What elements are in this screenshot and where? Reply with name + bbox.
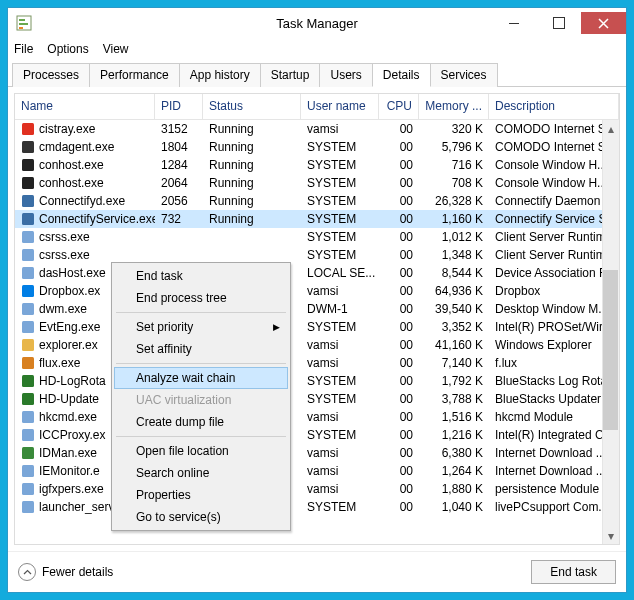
svg-rect-14 xyxy=(22,303,34,315)
scrollbar-thumb[interactable] xyxy=(603,270,618,430)
tab-services[interactable]: Services xyxy=(430,63,498,87)
tab-app-history[interactable]: App history xyxy=(179,63,261,87)
tab-performance[interactable]: Performance xyxy=(89,63,180,87)
process-row[interactable]: HD-UpdateSYSTEM003,788 KBlueStacks Updat… xyxy=(15,390,619,408)
col-header-user[interactable]: User name xyxy=(301,94,379,119)
cell-desc: Connectify Daemon xyxy=(489,194,619,208)
tab-processes[interactable]: Processes xyxy=(12,63,90,87)
process-row[interactable]: ICCProxy.exSYSTEM001,216 KIntel(R) Integ… xyxy=(15,426,619,444)
cell-desc: persistence Module xyxy=(489,482,619,496)
tab-users[interactable]: Users xyxy=(319,63,372,87)
menu-item-end-task[interactable]: End task xyxy=(114,265,288,287)
menu-item-create-dump-file[interactable]: Create dump file xyxy=(114,411,288,433)
cell-user: vamsi xyxy=(301,284,379,298)
process-row[interactable]: explorer.exvamsi0041,160 KWindows Explor… xyxy=(15,336,619,354)
process-row[interactable]: cistray.exe3152Runningvamsi00320 KCOMODO… xyxy=(15,120,619,138)
svg-rect-8 xyxy=(22,195,34,207)
process-name: Connectifyd.exe xyxy=(39,194,125,208)
process-row[interactable]: Dropbox.exvamsi0064,936 KDropbox xyxy=(15,282,619,300)
menu-item-end-process-tree[interactable]: End process tree xyxy=(114,287,288,309)
cell-mem: 1,160 K xyxy=(419,212,489,226)
menu-item-set-priority[interactable]: Set priority▶ xyxy=(114,316,288,338)
cell-mem: 1,348 K xyxy=(419,248,489,262)
cell-cpu: 00 xyxy=(379,230,419,244)
process-row[interactable]: EvtEng.exeSYSTEM003,352 KIntel(R) PROSet… xyxy=(15,318,619,336)
process-row[interactable]: IDMan.exevamsi006,380 KInternet Download… xyxy=(15,444,619,462)
process-row[interactable]: csrss.exeSYSTEM001,012 KClient Server Ru… xyxy=(15,228,619,246)
cell-desc: Client Server Runtim xyxy=(489,248,619,262)
svg-rect-1 xyxy=(19,19,25,21)
menu-item-go-to-service-s-[interactable]: Go to service(s) xyxy=(114,506,288,528)
col-header-name[interactable]: Name xyxy=(15,94,155,119)
col-header-status[interactable]: Status xyxy=(203,94,301,119)
process-row[interactable]: dwm.exeDWM-10039,540 KDesktop Window M.. xyxy=(15,300,619,318)
maximize-button[interactable] xyxy=(536,12,581,34)
scroll-up-button[interactable]: ▴ xyxy=(602,120,619,137)
col-header-mem[interactable]: Memory ... xyxy=(419,94,489,119)
minimize-button[interactable] xyxy=(491,12,536,34)
content-area: Name PID Status User name CPU Memory ...… xyxy=(14,93,620,545)
process-row[interactable]: conhost.exe1284RunningSYSTEM00716 KConso… xyxy=(15,156,619,174)
process-list[interactable]: cistray.exe3152Runningvamsi00320 KCOMODO… xyxy=(15,120,619,544)
cell-desc: Intel(R) PROSet/Wir.. xyxy=(489,320,619,334)
process-row[interactable]: launcher_service.exe372RunningSYSTEM001,… xyxy=(15,498,619,516)
process-row[interactable]: hkcmd.exevamsi001,516 Khkcmd Module xyxy=(15,408,619,426)
process-row[interactable]: conhost.exe2064RunningSYSTEM00708 KConso… xyxy=(15,174,619,192)
fewer-details-button[interactable]: Fewer details xyxy=(18,563,113,581)
process-row[interactable]: igfxpers.exe4860Runningvamsi001,880 Kper… xyxy=(15,480,619,498)
menu-item-properties[interactable]: Properties xyxy=(114,484,288,506)
menu-item-open-file-location[interactable]: Open file location xyxy=(114,440,288,462)
svg-rect-19 xyxy=(22,393,34,405)
process-icon xyxy=(21,158,35,172)
menu-item-analyze-wait-chain[interactable]: Analyze wait chain xyxy=(114,367,288,389)
cell-mem: 1,516 K xyxy=(419,410,489,424)
tab-details[interactable]: Details xyxy=(372,63,431,87)
process-row[interactable]: HD-LogRotaSYSTEM001,792 KBlueStacks Log … xyxy=(15,372,619,390)
cell-cpu: 00 xyxy=(379,248,419,262)
cell-user: SYSTEM xyxy=(301,194,379,208)
process-name: ICCProxy.ex xyxy=(39,428,105,442)
process-icon xyxy=(21,500,35,514)
menu-separator xyxy=(116,312,286,313)
cell-desc: Windows Explorer xyxy=(489,338,619,352)
cell-cpu: 00 xyxy=(379,176,419,190)
menu-options[interactable]: Options xyxy=(47,42,88,56)
process-row[interactable]: IEMonitor.evamsi001,264 KInternet Downlo… xyxy=(15,462,619,480)
svg-rect-9 xyxy=(22,213,34,225)
cell-user: vamsi xyxy=(301,482,379,496)
scrollbar[interactable]: ▴ ▾ xyxy=(602,120,619,544)
end-task-button[interactable]: End task xyxy=(531,560,616,584)
cell-user: SYSTEM xyxy=(301,500,379,514)
svg-rect-6 xyxy=(22,159,34,171)
svg-rect-4 xyxy=(22,123,34,135)
col-header-cpu[interactable]: CPU xyxy=(379,94,419,119)
scroll-down-button[interactable]: ▾ xyxy=(602,527,619,544)
svg-rect-20 xyxy=(22,411,34,423)
process-name: cistray.exe xyxy=(39,122,95,136)
col-header-pid[interactable]: PID xyxy=(155,94,203,119)
process-icon xyxy=(21,212,35,226)
menu-file[interactable]: File xyxy=(14,42,33,56)
cell-desc: Desktop Window M.. xyxy=(489,302,619,316)
cell-mem: 41,160 K xyxy=(419,338,489,352)
process-row[interactable]: csrss.exeSYSTEM001,348 KClient Server Ru… xyxy=(15,246,619,264)
titlebar[interactable]: Task Manager xyxy=(8,8,626,38)
cell-mem: 1,264 K xyxy=(419,464,489,478)
cell-mem: 8,544 K xyxy=(419,266,489,280)
process-row[interactable]: ConnectifyService.exe732RunningSYSTEM001… xyxy=(15,210,619,228)
process-row[interactable]: flux.exevamsi007,140 Kf.lux xyxy=(15,354,619,372)
cell-user: SYSTEM xyxy=(301,140,379,154)
process-row[interactable]: dasHost.exeLOCAL SE...008,544 KDevice As… xyxy=(15,264,619,282)
process-row[interactable]: Connectifyd.exe2056RunningSYSTEM0026,328… xyxy=(15,192,619,210)
menu-view[interactable]: View xyxy=(103,42,129,56)
close-button[interactable] xyxy=(581,12,626,34)
menu-item-search-online[interactable]: Search online xyxy=(114,462,288,484)
menu-item-set-affinity[interactable]: Set affinity xyxy=(114,338,288,360)
col-header-desc[interactable]: Description xyxy=(489,94,619,119)
svg-rect-5 xyxy=(22,141,34,153)
process-icon xyxy=(21,338,35,352)
process-icon xyxy=(21,392,35,406)
tab-startup[interactable]: Startup xyxy=(260,63,321,87)
cell-cpu: 00 xyxy=(379,500,419,514)
process-row[interactable]: cmdagent.exe1804RunningSYSTEM005,796 KCO… xyxy=(15,138,619,156)
